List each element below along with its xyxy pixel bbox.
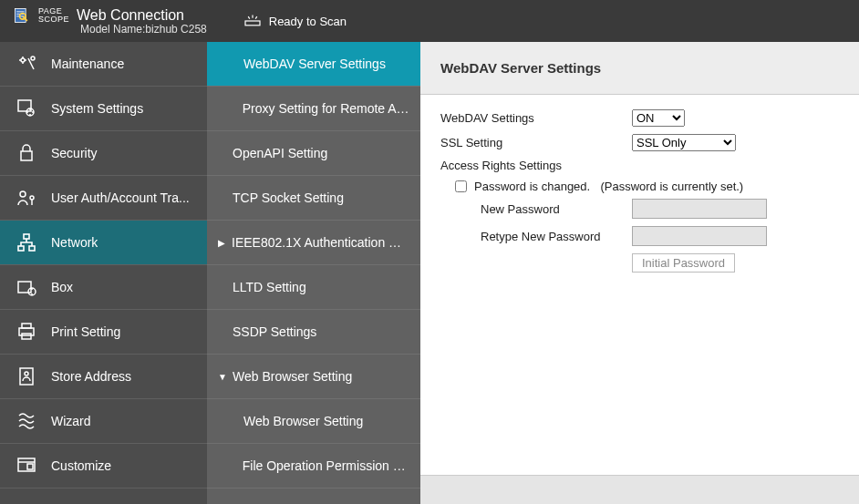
svg-rect-11 [29, 246, 35, 251]
webdav-settings-label: WebDAV Settings [440, 111, 632, 125]
security-icon [15, 141, 38, 165]
submenu-lltd-setting[interactable]: LLTD Setting [207, 265, 420, 310]
scanner-icon [243, 14, 262, 28]
scan-status: Ready to Scan [243, 14, 347, 28]
initial-password-button: Initial Password [632, 253, 735, 273]
submenu-label: Web Browser Setting [243, 414, 363, 428]
submenu-tcp-socket-setting[interactable]: TCP Socket Setting [207, 176, 420, 221]
model-name: Model Name:bizhub C258 [80, 23, 207, 36]
sidebar-primary: Maintenance System Settings Security Use… [0, 42, 207, 504]
sidebar-item-label: Print Setting [51, 324, 120, 339]
caret-down-icon: ▼ [218, 372, 229, 382]
maintenance-icon [15, 52, 38, 76]
retype-password-input [632, 226, 767, 246]
svg-rect-10 [18, 246, 24, 251]
submenu-label: SSDP Settings [233, 324, 316, 339]
svg-rect-9 [24, 234, 29, 239]
ssl-setting-label: SSL Setting [440, 136, 632, 149]
page-scope-icon [13, 6, 31, 25]
sidebar-item-label: User Auth/Account Tra... [51, 190, 190, 205]
svg-rect-17 [20, 368, 33, 385]
sidebar-item-label: Maintenance [51, 57, 124, 71]
svg-rect-2 [245, 21, 260, 26]
sidebar-item-label: Store Address [51, 369, 131, 384]
password-currently-set-label: (Password is currently set.) [600, 180, 743, 193]
new-password-label: New Password [440, 202, 632, 216]
svg-point-3 [21, 58, 25, 62]
sidebar-item-label: Customize [51, 458, 111, 473]
scan-status-label: Ready to Scan [269, 15, 347, 28]
sidebar-item-box[interactable]: Box [0, 265, 207, 310]
svg-rect-15 [22, 324, 31, 328]
panel-body: WebDAV Settings ON SSL Setting SSL Only … [420, 95, 859, 475]
address-book-icon [15, 365, 38, 388]
sidebar-item-print-setting[interactable]: Print Setting [0, 310, 207, 355]
retype-password-label: Retype New Password [440, 230, 632, 243]
new-password-input [632, 199, 767, 219]
sidebar-item-user-auth[interactable]: User Auth/Account Tra... [0, 176, 207, 221]
sidebar-secondary: WebDAV Server Settings Proxy Setting for… [207, 42, 420, 504]
submenu-proxy-setting[interactable]: Proxy Setting for Remote Access [207, 87, 420, 131]
submenu-web-browser-setting[interactable]: Web Browser Setting [207, 399, 420, 444]
sidebar-item-maintenance[interactable]: Maintenance [0, 42, 207, 87]
sidebar-item-label: Box [51, 280, 73, 294]
top-header: PAGESCOPE Web Connection Model Name:bizh… [0, 0, 859, 42]
sidebar-item-security[interactable]: Security [0, 131, 207, 176]
submenu-label: IEEE802.1X Authentication Setti... [232, 235, 409, 250]
scope-text: PAGESCOPE [38, 7, 69, 24]
submenu-ssdp-settings[interactable]: SSDP Settings [207, 310, 420, 355]
system-settings-icon [15, 97, 38, 120]
logo-block: PAGESCOPE Web Connection Model Name:bizh… [13, 6, 207, 36]
webdav-settings-select[interactable]: ON [632, 109, 685, 127]
box-icon [15, 275, 38, 299]
sidebar-item-label: System Settings [51, 101, 143, 116]
svg-rect-12 [18, 282, 31, 293]
panel-title: WebDAV Server Settings [440, 60, 601, 76]
customize-icon [15, 454, 38, 478]
submenu-webdav-server-settings[interactable]: WebDAV Server Settings [207, 42, 420, 87]
footer-bar [420, 475, 859, 504]
ssl-setting-select[interactable]: SSL Only [632, 134, 736, 151]
submenu-web-browser-setting-group[interactable]: ▼Web Browser Setting [207, 355, 420, 399]
submenu-label: OpenAPI Setting [233, 146, 327, 160]
svg-rect-16 [22, 334, 31, 339]
print-icon [15, 320, 38, 344]
sidebar-item-wizard[interactable]: Wizard [0, 399, 207, 444]
submenu-label: LLTD Setting [233, 280, 306, 294]
password-changed-label: Password is changed. [474, 180, 590, 193]
submenu-label: File Operation Permission Setti... [243, 458, 409, 473]
svg-point-8 [30, 196, 34, 200]
sidebar-item-system-settings[interactable]: System Settings [0, 87, 207, 131]
sidebar-item-network[interactable]: Network [0, 221, 207, 265]
network-icon [15, 231, 38, 254]
sidebar-item-store-address[interactable]: Store Address [0, 355, 207, 399]
access-rights-label: Access Rights Settings [440, 159, 562, 172]
svg-point-18 [25, 372, 28, 375]
submenu-label: Web Browser Setting [233, 369, 352, 384]
submenu-label: TCP Socket Setting [233, 190, 344, 205]
submenu-file-operation-permission[interactable]: File Operation Permission Setti... [207, 444, 420, 489]
svg-rect-6 [21, 151, 32, 160]
svg-rect-20 [27, 464, 33, 469]
sidebar-item-label: Network [51, 235, 98, 250]
submenu-label: WebDAV Server Settings [243, 57, 386, 71]
user-auth-icon [15, 186, 38, 210]
wizard-icon [15, 409, 38, 433]
panel-header: WebDAV Server Settings [420, 42, 859, 95]
submenu-ieee8021x-settings[interactable]: ▶IEEE802.1X Authentication Setti... [207, 221, 420, 265]
password-changed-checkbox[interactable] [455, 180, 467, 192]
submenu-openapi-setting[interactable]: OpenAPI Setting [207, 131, 420, 176]
sidebar-item-label: Wizard [51, 414, 91, 428]
sidebar-item-label: Security [51, 146, 98, 160]
main-panel: WebDAV Server Settings WebDAV Settings O… [420, 42, 859, 504]
svg-point-7 [20, 191, 26, 197]
app-title: Web Connection [77, 7, 184, 24]
caret-right-icon: ▶ [218, 238, 228, 248]
submenu-label: Proxy Setting for Remote Access [243, 101, 409, 116]
sidebar-item-customize[interactable]: Customize [0, 444, 207, 489]
svg-rect-4 [18, 100, 31, 111]
